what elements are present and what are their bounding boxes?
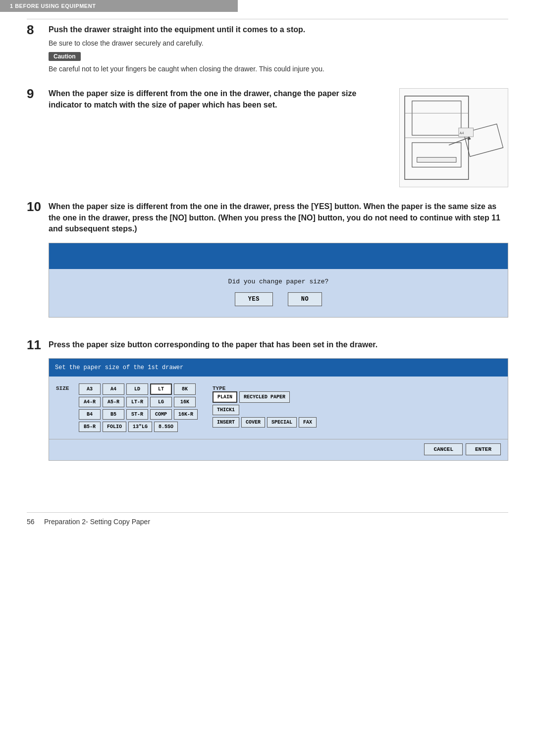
size-selection-panel: Set the paper size of the 1st drawer SIZ… — [49, 358, 508, 461]
caution-label: Caution — [49, 52, 81, 61]
size-btn-folio[interactable]: FOLIO — [103, 422, 126, 432]
step-9-title: When the paper size is different from th… — [49, 88, 389, 110]
step-11-body: Press the paper size button correspondin… — [49, 339, 508, 469]
step-11-title: Press the paper size button correspondin… — [49, 339, 508, 350]
size-row-1: A3 A4 LD LT 8K — [79, 383, 198, 395]
dialog-change-paper: Did you change paper size? YES NO — [49, 243, 508, 318]
footer-label: Preparation 2- Setting Copy Paper — [44, 518, 150, 526]
cancel-button[interactable]: CANCEL — [424, 443, 463, 455]
size-btn-b5[interactable]: B5 — [103, 409, 124, 420]
type-btn-thick1[interactable]: THICK1 — [213, 405, 239, 415]
caution-text: Be careful not to let your fingers be ca… — [49, 64, 508, 74]
type-btn-insert[interactable]: INSERT — [213, 417, 239, 428]
size-panel-header: Set the paper size of the 1st drawer — [49, 359, 508, 377]
svg-rect-2 — [417, 158, 456, 162]
size-row-3: B4 B5 ST-R COMP 16K-R — [79, 409, 198, 420]
size-btn-a4r[interactable]: A4-R — [79, 397, 101, 407]
dialog-blue-header — [49, 243, 508, 269]
dialog-content: Did you change paper size? YES NO — [49, 269, 508, 317]
page-number: 56 — [27, 518, 35, 526]
type-label: TYPE — [213, 385, 317, 391]
type-btn-special[interactable]: SPECIAL — [267, 417, 297, 428]
type-row-2: THICK1 — [213, 405, 317, 415]
size-btn-str[interactable]: ST-R — [126, 409, 148, 420]
size-btn-ld[interactable]: LD — [126, 383, 148, 395]
size-label: SIZE — [56, 385, 74, 391]
step-9-content: When the paper size is different from th… — [49, 88, 508, 187]
step-9: 9 When the paper size is different from … — [27, 88, 508, 187]
type-btn-plain[interactable]: PLAIN — [213, 391, 237, 403]
size-btn-8k[interactable]: 8K — [174, 383, 196, 395]
size-btn-13lg[interactable]: 13"LG — [128, 422, 152, 432]
main-content: 8 Push the drawer straight into the equi… — [0, 19, 535, 502]
step-9-text-area: When the paper size is different from th… — [49, 88, 389, 113]
svg-rect-3 — [412, 101, 461, 135]
yes-button[interactable]: YES — [235, 292, 273, 306]
dialog-buttons: YES NO — [235, 292, 322, 306]
type-btn-recycled[interactable]: RECYCLED PAPER — [239, 391, 290, 403]
step-8-body: Push the drawer straight into the equipm… — [49, 24, 508, 74]
page-footer: 56 Preparation 2- Setting Copy Paper — [0, 513, 535, 531]
step-10-body: When the paper size is different from th… — [49, 201, 508, 325]
step-11: 11 Press the paper size button correspon… — [27, 339, 508, 469]
type-buttons-grid: PLAIN RECYCLED PAPER THICK1 INSERT — [213, 391, 317, 428]
size-btn-lt[interactable]: LT — [150, 383, 172, 395]
step-8: 8 Push the drawer straight into the equi… — [27, 24, 508, 74]
type-section: TYPE PLAIN RECYCLED PAPER THICK1 — [213, 383, 317, 428]
size-btn-8550[interactable]: 8.5SO — [154, 422, 178, 432]
dialog-question: Did you change paper size? — [228, 278, 329, 285]
size-btn-ltr[interactable]: LT-R — [126, 397, 148, 407]
size-panel-row: SIZE A3 A4 LD LT 8K — [56, 383, 501, 432]
size-btn-lg[interactable]: LG — [150, 397, 172, 407]
svg-text:A4: A4 — [460, 131, 464, 135]
type-btn-cover[interactable]: COVER — [241, 417, 265, 428]
size-btn-16kr[interactable]: 16K-R — [174, 409, 198, 420]
chapter-header: 1 BEFORE USING EQUIPMENT — [0, 0, 238, 12]
size-btn-b5r[interactable]: B5-R — [79, 422, 101, 432]
size-btn-comp[interactable]: COMP — [150, 409, 172, 420]
step-10-title: When the paper size is different from th… — [49, 201, 508, 234]
size-buttons-grid: A3 A4 LD LT 8K A4-R A5-R LT-R — [79, 383, 198, 432]
step-9-body: When the paper size is different from th… — [49, 88, 508, 187]
step-8-title: Push the drawer straight into the equipm… — [49, 24, 508, 35]
step-10: 10 When the paper size is different from… — [27, 201, 508, 325]
type-row-1: PLAIN RECYCLED PAPER — [213, 391, 317, 403]
svg-rect-1 — [412, 143, 461, 167]
size-panel-body: SIZE A3 A4 LD LT 8K — [49, 377, 508, 439]
no-button[interactable]: NO — [288, 292, 322, 306]
size-btn-a5r[interactable]: A5-R — [103, 397, 124, 407]
size-row-4: B5-R FOLIO 13"LG 8.5SO — [79, 422, 198, 432]
drawer-illustration: A4 — [399, 88, 508, 187]
size-btn-16k[interactable]: 16K — [174, 397, 196, 407]
step-8-text: Be sure to close the drawer securely and… — [49, 38, 508, 49]
step-number-9: 9 — [27, 86, 49, 102]
step-number-8: 8 — [27, 22, 49, 38]
step-number-11: 11 — [27, 337, 49, 353]
size-panel-footer: CANCEL ENTER — [49, 439, 508, 460]
size-btn-b4[interactable]: B4 — [79, 409, 101, 420]
size-row-2: A4-R A5-R LT-R LG 16K — [79, 397, 198, 407]
step-number-10: 10 — [27, 199, 49, 215]
svg-line-5 — [449, 138, 469, 145]
size-btn-a4[interactable]: A4 — [103, 383, 124, 395]
type-btn-fax[interactable]: FAX — [299, 417, 317, 428]
size-btn-a3[interactable]: A3 — [79, 383, 101, 395]
enter-button[interactable]: ENTER — [466, 443, 501, 455]
type-row-3: INSERT COVER SPECIAL FAX — [213, 417, 317, 428]
